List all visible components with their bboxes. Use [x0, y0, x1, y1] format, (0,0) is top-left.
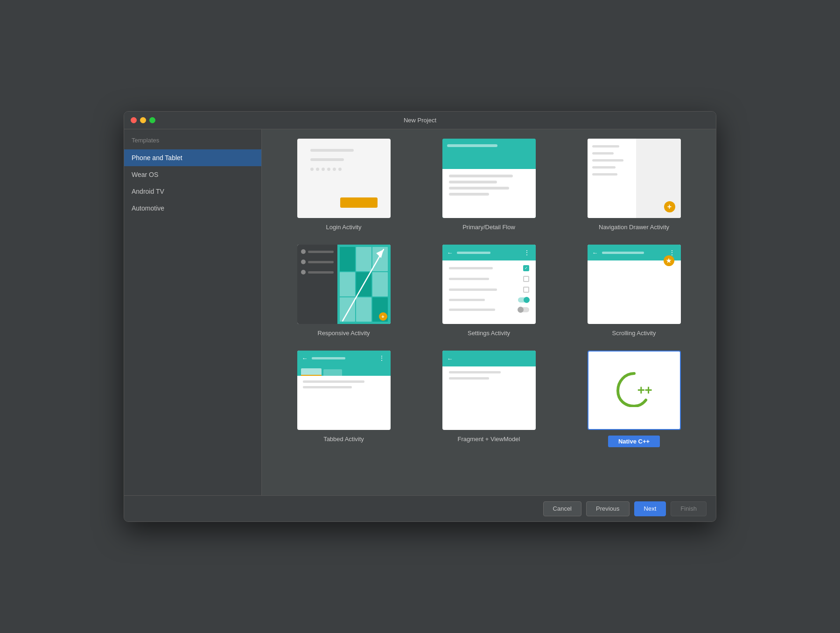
maximize-button[interactable]	[149, 117, 155, 123]
template-scrolling-activity[interactable]: ← ⋮ ★ Scrolling Activity	[566, 245, 702, 337]
bottom-bar: Cancel Previous Next Finish	[124, 495, 716, 521]
traffic-lights	[131, 117, 155, 123]
sidebar-label: Templates	[124, 137, 261, 149]
scrolling-activity-thumbnail: ← ⋮ ★	[588, 245, 681, 324]
template-login-activity[interactable]: Login Activity	[276, 139, 412, 231]
template-tabbed-activity[interactable]: ← ⋮	[276, 351, 412, 447]
sidebar-item-wear-os[interactable]: Wear OS	[124, 166, 261, 183]
sidebar-item-phone-tablet[interactable]: Phone and Tablet	[124, 149, 261, 166]
sidebar-item-android-tv[interactable]: Android TV	[124, 183, 261, 200]
navigation-drawer-label: Navigation Drawer Activity	[599, 224, 669, 231]
template-settings-activity[interactable]: ← ⋮ ✓	[421, 245, 557, 337]
settings-activity-label: Settings Activity	[468, 330, 510, 337]
cancel-button[interactable]: Cancel	[543, 501, 581, 516]
tabbed-activity-thumbnail: ← ⋮	[297, 351, 391, 430]
login-activity-thumbnail	[297, 139, 391, 218]
window-title: New Project	[404, 117, 436, 124]
native-cpp-label: Native C++	[608, 436, 660, 447]
cpp-logo: ++	[613, 370, 655, 411]
close-button[interactable]	[131, 117, 137, 123]
next-button[interactable]: Next	[634, 501, 666, 516]
previous-button[interactable]: Previous	[586, 501, 630, 516]
fragment-viewmodel-thumbnail: ←	[442, 351, 536, 430]
navigation-drawer-thumbnail: +	[588, 139, 681, 218]
template-responsive-activity[interactable]: + Responsive Activity	[276, 245, 412, 337]
template-native-cpp[interactable]: ++ Native C++	[566, 351, 702, 447]
responsive-activity-label: Responsive Activity	[318, 330, 370, 337]
sidebar: Templates Phone and Tablet Wear OS Andro…	[124, 129, 262, 495]
title-bar: New Project	[124, 112, 716, 129]
template-primary-detail[interactable]: Primary/Detail Flow	[421, 139, 557, 231]
template-fragment-viewmodel[interactable]: ← Fragment + ViewModel	[421, 351, 557, 447]
primary-detail-label: Primary/Detail Flow	[462, 224, 515, 231]
svg-text:++: ++	[637, 383, 652, 397]
responsive-activity-thumbnail: +	[297, 245, 391, 324]
scrolling-activity-label: Scrolling Activity	[612, 330, 656, 337]
fragment-viewmodel-label: Fragment + ViewModel	[458, 436, 520, 443]
main-content: Templates Phone and Tablet Wear OS Andro…	[124, 129, 716, 495]
template-navigation-drawer[interactable]: + Navigation Drawer Activity	[566, 139, 702, 231]
settings-activity-thumbnail: ← ⋮ ✓	[442, 245, 536, 324]
tabbed-activity-label: Tabbed Activity	[323, 436, 364, 443]
primary-detail-thumbnail	[442, 139, 536, 218]
sidebar-item-automotive[interactable]: Automotive	[124, 200, 261, 217]
new-project-window: New Project Templates Phone and Tablet W…	[124, 111, 716, 522]
finish-button[interactable]: Finish	[671, 501, 707, 516]
minimize-button[interactable]	[140, 117, 146, 123]
login-activity-label: Login Activity	[326, 224, 362, 231]
templates-grid: Login Activity	[262, 129, 716, 495]
content-area: Login Activity	[262, 129, 716, 495]
native-cpp-thumbnail: ++	[588, 351, 681, 430]
